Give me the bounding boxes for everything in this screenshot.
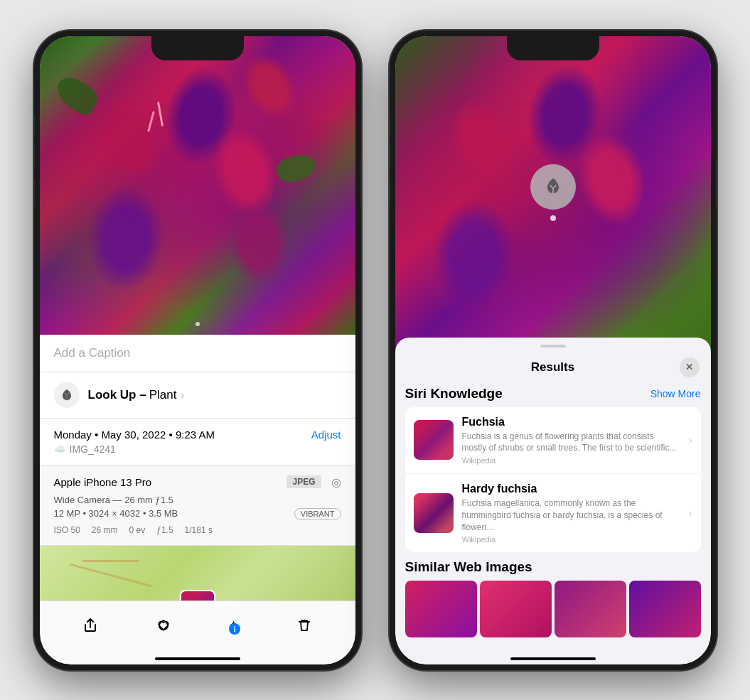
filename: IMG_4241 xyxy=(70,443,116,455)
similar-image-1[interactable] xyxy=(405,581,477,637)
similar-images-section: Similar Web Images xyxy=(395,559,711,637)
mp-info: 12 MP • 3024 × 4032 • 3.5 MB xyxy=(54,508,178,519)
right-notch xyxy=(507,36,599,60)
knowledge-item-fuchsia[interactable]: Fuchsia Fuchsia is a genus of flowering … xyxy=(405,407,701,475)
results-close-button[interactable]: ✕ xyxy=(680,357,700,377)
lookup-text: Look Up – Plant › xyxy=(88,388,185,402)
info-button[interactable]: ✦ i xyxy=(228,618,239,633)
panel-handle xyxy=(540,345,566,348)
date-section: Monday • May 30, 2022 • 9:23 AM Adjust ☁… xyxy=(40,419,355,465)
fuchsia-content: Fuchsia Fuchsia is a genus of flowering … xyxy=(462,416,680,465)
results-title: Results xyxy=(427,360,680,375)
similar-image-2[interactable] xyxy=(480,581,552,637)
hardy-fuchsia-source: Wikipedia xyxy=(462,535,680,544)
fuchsia-chevron-icon: › xyxy=(689,434,692,446)
hardy-fuchsia-thumbnail xyxy=(414,493,454,533)
fuchsia-description: Fuchsia is a genus of flowering plants t… xyxy=(462,431,680,455)
map-thumbnail xyxy=(180,590,215,601)
hardy-fuchsia-name: Hardy fuchsia xyxy=(462,483,680,495)
right-silent-switch[interactable] xyxy=(390,116,390,137)
siri-knowledge-section: Siri Knowledge Show More Fuchsia xyxy=(395,386,711,553)
show-more-button[interactable]: Show More xyxy=(650,388,701,399)
caption-input-area[interactable]: Add a Caption xyxy=(40,335,355,372)
iso-value: ISO 50 xyxy=(54,525,80,535)
power-button[interactable] xyxy=(360,158,361,208)
ev-value: 0 ev xyxy=(129,525,146,535)
bottom-toolbar: ✦ i xyxy=(40,601,355,664)
camera-type: Wide Camera — 26 mm ƒ1.5 xyxy=(54,495,341,505)
aperture-value: ƒ1.5 xyxy=(156,525,173,535)
camera-section: Apple iPhone 13 Pro JPEG ◎ Wide Camera —… xyxy=(40,465,355,546)
jpeg-badge: JPEG xyxy=(286,475,321,488)
siri-knowledge-title: Siri Knowledge xyxy=(405,386,503,402)
results-panel: Results ✕ Siri Knowledge Show More xyxy=(395,338,711,664)
photo-view[interactable] xyxy=(40,36,355,335)
volume-down-button[interactable] xyxy=(34,180,35,205)
photo-indicator-dot xyxy=(195,322,200,326)
hardy-fuchsia-content: Hardy fuchsia Fuchsia magellanica, commo… xyxy=(462,483,680,544)
right-phone-screen: Results ✕ Siri Knowledge Show More xyxy=(395,36,711,664)
date-text: Monday • May 30, 2022 • 9:23 AM xyxy=(54,429,215,441)
right-phone: Results ✕ Siri Knowledge Show More xyxy=(390,31,717,670)
leaf-icon xyxy=(54,382,80,408)
similar-image-4[interactable] xyxy=(629,581,701,637)
fuchsia-thumbnail xyxy=(414,420,454,460)
exif-row: ISO 50 26 mm 0 ev ƒ1.5 1/181 s xyxy=(54,525,341,535)
cloud-icon: ☁️ xyxy=(54,443,65,454)
right-home-indicator xyxy=(510,657,596,660)
right-volume-up-button[interactable] xyxy=(390,144,390,170)
favorite-button[interactable] xyxy=(156,618,171,633)
hardy-fuchsia-chevron-icon: › xyxy=(689,507,692,519)
share-button[interactable] xyxy=(82,618,98,633)
delete-button[interactable] xyxy=(296,618,312,633)
right-volume-down-button[interactable] xyxy=(390,180,390,205)
notch xyxy=(151,36,244,60)
silent-switch[interactable] xyxy=(34,116,35,137)
home-indicator xyxy=(155,657,240,660)
similar-image-3[interactable] xyxy=(555,581,626,637)
siri-dot xyxy=(550,215,556,221)
knowledge-item-hardy-fuchsia[interactable]: Hardy fuchsia Fuchsia magellanica, commo… xyxy=(405,474,701,552)
similar-images-title: Similar Web Images xyxy=(405,559,701,575)
caption-placeholder: Add a Caption xyxy=(54,346,131,360)
camera-name: Apple iPhone 13 Pro xyxy=(54,476,152,488)
volume-up-button[interactable] xyxy=(34,144,35,170)
lookup-button[interactable]: Look Up – Plant › xyxy=(40,372,355,419)
left-phone-screen: Add a Caption Look Up – Plant xyxy=(40,36,355,664)
right-photo-view xyxy=(395,36,711,377)
hardy-fuchsia-description: Fuchsia magellanica, commonly known as t… xyxy=(462,497,680,533)
focal-value: 26 mm xyxy=(92,525,118,535)
fuchsia-source: Wikipedia xyxy=(462,456,680,465)
siri-lookup-button[interactable] xyxy=(530,164,576,210)
left-phone: Add a Caption Look Up – Plant xyxy=(34,31,361,670)
results-header: Results ✕ xyxy=(395,352,711,386)
right-power-button[interactable] xyxy=(716,158,717,208)
adjust-button[interactable]: Adjust xyxy=(311,429,341,441)
map-view[interactable] xyxy=(40,546,355,601)
fuchsia-name: Fuchsia xyxy=(462,416,680,429)
shutter-value: 1/181 s xyxy=(185,525,213,535)
knowledge-card: Fuchsia Fuchsia is a genus of flowering … xyxy=(405,407,701,553)
location-icon: ◎ xyxy=(331,475,341,489)
vibrant-badge: VIBRANT xyxy=(294,508,341,519)
similar-images-row xyxy=(405,581,701,637)
